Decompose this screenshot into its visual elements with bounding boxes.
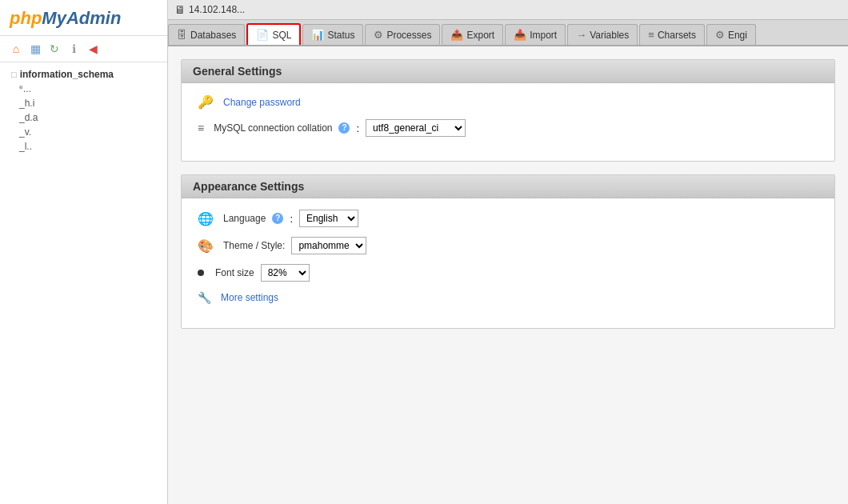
nav-sub-item-2[interactable]: _h.i <box>0 96 167 110</box>
tab-processes-label: Processes <box>386 30 431 41</box>
general-settings-body: 🔑 Change password ≡ MySQL connection col… <box>182 83 834 161</box>
tab-export-label: Export <box>466 30 494 41</box>
tab-charsets[interactable]: ≡ Charsets <box>639 24 705 45</box>
processes-tab-icon: ⚙ <box>374 29 383 41</box>
nav-sub-item-1[interactable]: ᵉ... <box>0 82 167 96</box>
appearance-settings-header: Appearance Settings <box>182 175 834 198</box>
general-settings-title: General Settings <box>193 65 282 78</box>
wrench-icon: 🔧 <box>198 291 211 304</box>
tab-status[interactable]: 📊 Status <box>302 24 363 45</box>
more-settings-row: 🔧 More settings <box>198 291 818 304</box>
font-size-row: Font size 82% 90% 100% 110% <box>198 264 818 282</box>
appearance-settings-title: Appearance Settings <box>193 180 304 193</box>
server-address: 14.102.148... <box>189 4 245 15</box>
tab-import-label: Import <box>530 30 557 41</box>
font-size-select[interactable]: 82% 90% 100% 110% <box>261 264 310 282</box>
database-icon[interactable]: ▦ <box>27 41 43 57</box>
general-settings-section: General Settings 🔑 Change password ≡ MyS… <box>181 59 835 162</box>
topbar: 🖥 14.102.148... <box>168 0 848 20</box>
language-colon: : <box>290 213 293 225</box>
appearance-settings-section: Appearance Settings 🌐 Language ? : Engli… <box>181 174 835 329</box>
language-row: 🌐 Language ? : English French German Spa… <box>198 210 818 227</box>
content-area: General Settings 🔑 Change password ≡ MyS… <box>168 46 848 504</box>
nav-item-information-schema[interactable]: □ information_schema <box>0 67 167 82</box>
nav-sub-item-5[interactable]: _l.. <box>0 139 167 154</box>
tab-engines[interactable]: ⚙ Engi <box>706 24 756 45</box>
font-size-label: Font size <box>215 267 254 278</box>
sidebar-icons: ⌂ ▦ ↻ ℹ ◀ <box>0 36 167 62</box>
db-icon: □ <box>11 70 17 79</box>
status-tab-icon: 📊 <box>311 29 324 41</box>
collation-row: ≡ MySQL connection collation ? : utf8_ge… <box>198 119 818 137</box>
charsets-tab-icon: ≡ <box>648 29 654 41</box>
logo-myadmin: MyAdmin <box>42 8 121 28</box>
more-settings-link[interactable]: More settings <box>221 292 278 303</box>
import-tab-icon: 📥 <box>514 29 526 41</box>
refresh-icon[interactable]: ↻ <box>46 41 62 57</box>
tab-variables-label: Variables <box>590 30 629 41</box>
sidebar-nav: □ information_schema ᵉ... _h.i _d.a _v. … <box>0 62 167 504</box>
logo-php: php <box>10 8 42 28</box>
general-settings-header: General Settings <box>182 60 834 83</box>
tab-import[interactable]: 📥 Import <box>505 24 566 45</box>
change-password-icon: 🔑 <box>198 94 214 110</box>
language-label: Language <box>223 213 266 224</box>
theme-select[interactable]: pmahomme original <box>291 237 366 254</box>
nav-sub-item-4[interactable]: _v. <box>0 125 167 139</box>
sidebar: phpMyAdmin ⌂ ▦ ↻ ℹ ◀ □ information_schem… <box>0 0 168 504</box>
tab-sql-label: SQL <box>272 30 291 41</box>
nav-item-label: information_schema <box>20 69 114 80</box>
tab-processes[interactable]: ⚙ Processes <box>365 24 440 45</box>
tabbar: 🗄 Databases 📄 SQL 📊 Status ⚙ Processes 📤… <box>168 20 848 46</box>
tab-databases-label: Databases <box>190 30 236 41</box>
collation-select[interactable]: utf8_general_ci utf8_unicode_ci latin1_s… <box>366 119 466 137</box>
home-icon[interactable]: ⌂ <box>8 41 24 57</box>
monitor-icon: 🖥 <box>174 3 186 16</box>
theme-icon: 🎨 <box>198 238 214 254</box>
language-select[interactable]: English French German Spanish <box>299 210 358 227</box>
tab-status-label: Status <box>327 30 354 41</box>
info-icon[interactable]: ℹ <box>66 41 82 57</box>
collation-label: MySQL connection collation <box>214 122 332 134</box>
appearance-settings-body: 🌐 Language ? : English French German Spa… <box>182 198 834 328</box>
tab-charsets-label: Charsets <box>658 30 696 41</box>
export-tab-icon: 📤 <box>450 29 463 41</box>
tab-sql[interactable]: 📄 SQL <box>246 23 301 45</box>
language-icon: 🌐 <box>198 211 214 226</box>
language-help-icon[interactable]: ? <box>272 213 283 224</box>
tab-engines-label: Engi <box>728 30 747 41</box>
logo: phpMyAdmin <box>0 0 167 36</box>
tab-export[interactable]: 📤 Export <box>442 24 503 45</box>
collation-icon: ≡ <box>198 122 204 134</box>
change-password-link[interactable]: Change password <box>223 97 301 108</box>
change-password-row: 🔑 Change password <box>198 94 818 110</box>
variables-tab-icon: → <box>576 29 586 41</box>
collation-colon: : <box>356 122 359 134</box>
theme-row: 🎨 Theme / Style: pmahomme original <box>198 237 818 254</box>
engines-tab-icon: ⚙ <box>715 29 725 41</box>
nav-sub-item-3[interactable]: _d.a <box>0 110 167 125</box>
settings-icon[interactable]: ◀ <box>85 41 101 57</box>
tab-databases[interactable]: 🗄 Databases <box>168 24 245 45</box>
collation-help-icon[interactable]: ? <box>338 122 350 134</box>
font-size-bullet <box>198 270 204 276</box>
databases-tab-icon: 🗄 <box>177 29 187 41</box>
sql-tab-icon: 📄 <box>256 29 269 41</box>
theme-label: Theme / Style: <box>223 240 285 251</box>
main-area: 🖥 14.102.148... 🗄 Databases 📄 SQL 📊 Stat… <box>168 0 848 504</box>
tab-variables[interactable]: → Variables <box>567 24 638 45</box>
